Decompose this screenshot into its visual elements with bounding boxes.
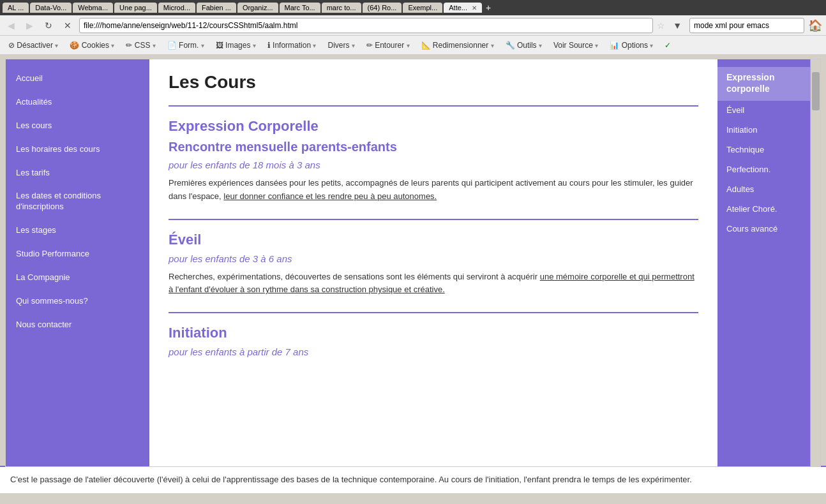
main-content: Les Cours Expression Corporelle Rencontr…: [149, 59, 717, 466]
home-icon[interactable]: 🏠: [808, 19, 822, 33]
right-sidebar-item-perfectionn[interactable]: Perfectionn.: [717, 160, 810, 180]
reload-button[interactable]: ↻: [41, 19, 56, 33]
right-sidebar-item-cours-avance[interactable]: Cours avancé: [717, 219, 810, 239]
stop-button[interactable]: ✕: [60, 19, 75, 33]
tab-atte[interactable]: Atte... ✕: [444, 3, 482, 13]
tab-unepag[interactable]: Une pag...: [114, 3, 157, 13]
sidebar-item-studio[interactable]: Studio Performance: [6, 242, 149, 266]
refresh-button[interactable]: ▼: [669, 19, 686, 33]
bookmark-icon[interactable]: ☆: [657, 20, 665, 31]
tab-al[interactable]: ΑL ...: [3, 3, 29, 13]
section-text-rencontre: Premières expériences dansées pour les p…: [169, 177, 698, 204]
sidebar-item-contact[interactable]: Nous contacter: [6, 313, 149, 337]
validate-button[interactable]: ✓: [660, 39, 675, 52]
page-title: Les Cours: [169, 72, 698, 93]
right-sidebar-item-technique[interactable]: Technique: [717, 140, 810, 160]
tab-64ro[interactable]: (64) Ro...: [363, 3, 402, 13]
left-sidebar: Accueil Actualités Les cours Les horaire…: [6, 59, 149, 466]
nav-bar: ◀ ▶ ↻ ✕ ☆ ▼ 🏠: [0, 15, 826, 36]
section-subtitle-rencontre: pour les enfants de 18 mois à 3 ans: [169, 159, 698, 170]
section-expression-corporelle: Expression Corporelle Rencontre mensuell…: [169, 105, 698, 204]
images-button[interactable]: 🖼 Images ▾: [211, 39, 260, 52]
tab-datavo[interactable]: Data-Vo...: [30, 3, 71, 13]
search-bar[interactable]: [689, 18, 804, 33]
back-button[interactable]: ◀: [4, 19, 19, 33]
css-button[interactable]: ✏ CSS ▾: [121, 39, 160, 52]
sidebar-item-accueil[interactable]: Accueil: [6, 67, 149, 91]
redimensionner-button[interactable]: 📐 Redimensionner ▾: [417, 39, 499, 52]
toolbar: ⊘ Désactiver ▾ 🍪 Cookies ▾ ✏ CSS ▾ 📄 For…: [0, 36, 826, 55]
sidebar-item-qui[interactable]: Qui sommes-nous?: [6, 290, 149, 313]
title-bar: ΑL ... Data-Vo... Webma... Une pag... Mi…: [0, 0, 826, 15]
section-text-eveil: Recherches, expérimentations, découverte…: [169, 271, 698, 297]
underlined-text-2: une mémoire corporelle et qui permettron…: [169, 272, 695, 295]
desactiver-button[interactable]: ⊘ Désactiver ▾: [4, 39, 63, 52]
section-title-expression: Expression Corporelle: [169, 118, 698, 135]
sidebar-item-tarifs[interactable]: Les tarifs: [6, 161, 149, 185]
section-title-rencontre: Rencontre mensuelle parents-enfants: [169, 140, 698, 154]
address-bar[interactable]: [79, 18, 653, 33]
tab-organiz[interactable]: Organiz...: [237, 3, 278, 13]
sidebar-item-actualites[interactable]: Actualités: [6, 91, 149, 114]
tab-microd[interactable]: Microd...: [158, 3, 195, 13]
section-title-eveil: Éveil: [169, 232, 698, 248]
cookies-button[interactable]: 🍪 Cookies ▾: [65, 39, 119, 52]
tab-marcto2[interactable]: marc to...: [322, 3, 361, 13]
tab-exempl[interactable]: Exempl...: [403, 3, 442, 13]
section-subtitle-eveil: pour les enfants de 3 à 6 ans: [169, 253, 698, 264]
section-eveil: Éveil pour les enfants de 3 à 6 ans Rech…: [169, 219, 698, 297]
section-title-initiation: Initiation: [169, 325, 698, 341]
sidebar-item-les-cours[interactable]: Les cours: [6, 114, 149, 138]
options-button[interactable]: 📊 Options ▾: [605, 39, 657, 52]
tab-webma[interactable]: Webma...: [73, 3, 113, 13]
right-sidebar-item-atelier[interactable]: Atelier Choré.: [717, 200, 810, 219]
scrollbar-thumb[interactable]: [812, 72, 820, 110]
right-sidebar-item-expression[interactable]: Expression corporelle: [717, 67, 810, 101]
page-wrapper: Accueil Actualités Les cours Les horaire…: [5, 59, 821, 467]
section-initiation: Initiation pour les enfants à partir de …: [169, 312, 698, 357]
form-button[interactable]: 📄 Form. ▾: [163, 39, 209, 52]
right-sidebar-item-initiation[interactable]: Initiation: [717, 121, 810, 140]
tab-fabien[interactable]: Fabien ...: [197, 3, 236, 13]
scrollbar[interactable]: [810, 59, 820, 466]
right-sidebar-item-adultes[interactable]: Adultes: [717, 180, 810, 200]
outils-button[interactable]: 🔧 Outils ▾: [501, 39, 546, 52]
bottom-text: C'est le passage de l'atelier découverte…: [0, 466, 826, 493]
entourer-button[interactable]: ✏ Entourer ▾: [362, 39, 414, 52]
information-button[interactable]: ℹ Information ▾: [263, 39, 321, 52]
sidebar-item-dates[interactable]: Les dates et conditions d'inscriptions: [6, 184, 149, 219]
sidebar-item-stages[interactable]: Les stages: [6, 219, 149, 242]
sidebar-item-compagnie[interactable]: La Compagnie: [6, 266, 149, 290]
divers-button[interactable]: Divers ▾: [323, 39, 359, 52]
close-icon[interactable]: ✕: [472, 4, 477, 11]
voir-source-button[interactable]: Voir Source ▾: [549, 39, 603, 52]
new-tab-button[interactable]: +: [483, 3, 493, 13]
right-sidebar-item-eveil[interactable]: Éveil: [717, 101, 810, 121]
underlined-text-1: leur donner confiance et les rendre peu …: [223, 191, 437, 201]
section-subtitle-initiation: pour les enfants à partir de 7 ans: [169, 346, 698, 357]
forward-button[interactable]: ▶: [22, 19, 37, 33]
right-sidebar: Expression corporelle Éveil Initiation T…: [717, 59, 810, 466]
sidebar-item-horaires[interactable]: Les horaires des cours: [6, 138, 149, 161]
tab-marcto[interactable]: Marc To...: [280, 3, 320, 13]
